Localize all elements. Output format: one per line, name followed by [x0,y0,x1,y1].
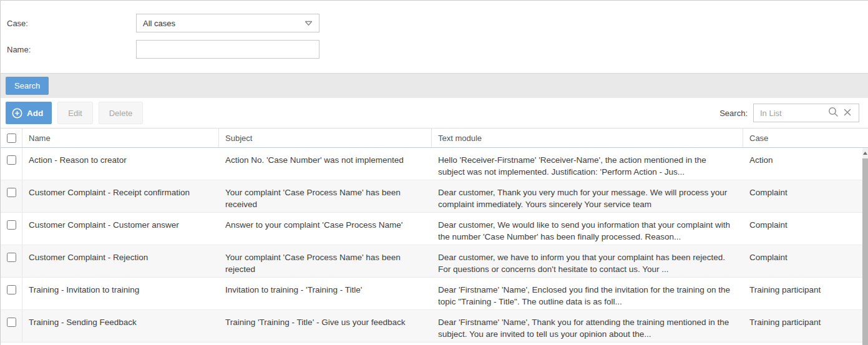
row-checkbox[interactable] [7,253,16,262]
cell-subject: Your complaint 'Case Process Name' has b… [219,245,432,277]
name-input[interactable] [143,41,313,58]
cell-name: Action - Reason to creator [22,148,219,180]
cell-name: Training - Invitation to training [22,278,219,309]
delete-button[interactable]: Delete [99,102,144,124]
row-checkbox[interactable] [7,220,16,230]
cell-text-module: Hello 'Receiver-Firstname' 'Receiver-Nam… [432,148,743,180]
cell-subject: Training 'Training - Title' - Give us yo… [219,310,432,342]
plus-circle-icon [12,108,22,119]
table-row[interactable]: Training - Sending Feedback Training 'Tr… [1,310,868,343]
clear-search-button[interactable] [841,109,854,118]
table-row[interactable]: Customer Complaint - Rejection Your comp… [1,245,868,278]
chevron-down-icon [305,21,313,26]
search-icon [828,107,839,119]
column-header-name[interactable]: Name [22,129,219,147]
select-all-checkbox[interactable] [7,134,16,143]
table-row[interactable]: Customer Complaint - Customer answer Ans… [1,213,868,245]
table-body: Action - Reason to creator Action No. 'C… [1,148,868,345]
table-row[interactable]: Training - Invitation to training Invita… [1,278,868,310]
cell-name: Customer Complaint - Customer answer [22,213,219,245]
column-header-case[interactable]: Case [743,129,868,147]
table-row[interactable]: Action - Reason to creator Action No. 'C… [1,148,868,180]
case-dropdown[interactable]: All cases [136,14,319,32]
cell-text-module: Dear customer, Thank you very much for y… [432,180,743,212]
table-row[interactable]: Customer Complaint - Receipt confirmatio… [1,180,868,213]
table-header-row: Name Subject Text module Case [1,128,868,148]
cell-case: Complaint [743,245,868,277]
triangle-up-icon [863,152,867,155]
row-checkbox[interactable] [7,188,16,197]
scroll-up-button[interactable] [862,148,868,158]
search-bar: Search [1,73,868,98]
list-search-input[interactable] [760,104,826,122]
search-button[interactable]: Search [6,77,49,95]
text-module-table: Name Subject Text module Case Action - R… [1,128,868,345]
cell-text-module: Dear 'Firstname' 'Name', Thank you for a… [432,310,743,342]
cell-name: Customer Complaint - Rejection [22,245,219,277]
list-search-box [753,104,859,122]
cell-name: Customer Complaint - Receipt confirmatio… [22,180,219,212]
cell-case: Complaint [743,180,868,212]
cell-case: Training participant [743,278,868,309]
vertical-scrollbar[interactable] [862,148,868,345]
row-checkbox[interactable] [7,155,16,165]
cell-subject: Your complaint 'Case Process Name' has b… [219,180,432,212]
cell-case: Complaint [743,213,868,245]
row-checkbox[interactable] [7,285,16,294]
close-icon [844,109,851,118]
action-bar: Add Edit Delete Search: [1,98,868,128]
column-header-subject[interactable]: Subject [219,129,432,147]
name-label: Name: [7,45,136,54]
cell-subject: Action No. 'Case Number' was not impleme… [219,148,432,180]
scrollbar-thumb[interactable] [862,158,868,345]
cell-subject: Invitation to training - 'Training - Tit… [219,278,432,309]
add-button[interactable]: Add [6,102,52,124]
cell-subject: Answer to your complaint 'Case Process N… [219,213,432,245]
magnifier-button[interactable] [826,107,841,119]
row-checkbox[interactable] [7,318,16,327]
list-search-label: Search: [719,109,748,118]
cell-name: Training - Sending Feedback [22,310,219,342]
filter-form: Case: All cases Name: [1,1,868,73]
case-label: Case: [7,19,136,28]
cell-text-module: Dear customer, We would like to send you… [432,213,743,245]
case-dropdown-value: All cases [143,19,175,28]
column-header-text-module[interactable]: Text module [432,129,743,147]
cell-case: Training participant [743,310,868,342]
add-button-label: Add [27,109,43,118]
edit-button[interactable]: Edit [57,102,92,124]
cell-case: Action [743,148,868,180]
cell-text-module: Dear customer, we have to inform you tha… [432,245,743,277]
cell-text-module: Dear 'Firstname' 'Name', Enclosed you fi… [432,278,743,309]
